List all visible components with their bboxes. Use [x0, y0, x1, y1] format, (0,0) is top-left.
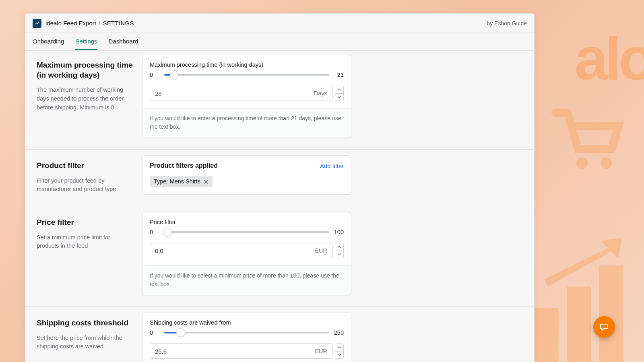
stepper [335, 86, 344, 101]
slider-min: 0 [150, 329, 161, 336]
section-desc: Set a minimum price limit for products i… [37, 233, 134, 251]
svg-rect-5 [599, 265, 623, 362]
processing-card: Maximum processing time (in working days… [142, 55, 351, 138]
section-shipping-threshold: Shipping costs threshold Set here the pr… [25, 307, 534, 362]
app-window: idealo Feed Export / SETTINGS by Eshop G… [25, 13, 535, 362]
processing-input[interactable]: Days [150, 86, 332, 101]
content-area: Maximum processing time (in working days… [25, 51, 534, 362]
input-suffix: EUR [315, 348, 327, 354]
breadcrumb-page: SETTINGS [103, 20, 134, 27]
field-label: Shipping costs are waived from [150, 319, 344, 326]
stepper-down[interactable] [335, 352, 343, 359]
svg-point-7 [38, 21, 39, 23]
add-filter-button[interactable]: Add filter [320, 162, 344, 169]
svg-point-0 [576, 158, 588, 169]
svg-rect-3 [535, 308, 559, 362]
processing-help: If you would like to enter a processing … [142, 108, 351, 138]
stepper-down[interactable] [335, 94, 343, 101]
section-desc: Set here the price from which the shippi… [37, 334, 134, 352]
filter-tag: Type: Mens Shirts [150, 176, 213, 187]
svg-rect-4 [567, 287, 591, 362]
stepper [335, 343, 344, 359]
tab-settings[interactable]: Settings [75, 33, 97, 50]
section-product-filter: Product filter Filter your product feed … [25, 150, 534, 206]
section-title: Shipping costs threshold [37, 318, 134, 328]
price-input[interactable]: EUR [150, 243, 332, 258]
app-logo-icon [33, 19, 41, 28]
shipping-input[interactable]: EUR [150, 343, 332, 359]
section-desc: The maximum number of working days neede… [37, 86, 134, 112]
section-title: Price filter [37, 218, 134, 228]
section-title: Product filter [37, 161, 134, 171]
breadcrumb-app: idealo Feed Export [45, 20, 96, 27]
stepper-down[interactable] [335, 251, 343, 258]
close-icon[interactable] [204, 179, 208, 184]
breadcrumb-sep: / [99, 20, 100, 27]
stepper-up[interactable] [335, 344, 343, 352]
tag-label: Type: Mens Shirts [154, 178, 200, 185]
section-desc: Filter your product feed by manufacturer… [37, 177, 134, 194]
processing-slider[interactable] [164, 70, 329, 79]
field-label: Maximum processing time (in working days… [150, 62, 344, 68]
slider-min: 0 [150, 72, 161, 78]
app-header: idealo Feed Export / SETTINGS by Eshop G… [25, 14, 534, 33]
stepper-up[interactable] [335, 86, 343, 94]
price-filter-card: Price filter 0 100 [142, 212, 351, 295]
card-title: Product filters applied [150, 162, 218, 169]
input-suffix: Days [314, 90, 327, 97]
tabs: Onboarding Settings Dashboard [25, 33, 534, 51]
shipping-card: Shipping costs are waived from 0 250 [142, 313, 351, 362]
chat-fab[interactable] [593, 316, 615, 338]
section-title: Maximum processing time (in working days… [37, 60, 134, 80]
shipping-slider[interactable] [164, 328, 329, 337]
stepper [335, 243, 344, 258]
slider-max: 250 [332, 329, 344, 336]
stepper-up[interactable] [335, 243, 343, 251]
breadcrumb: idealo Feed Export / SETTINGS [45, 20, 134, 27]
tab-dashboard[interactable]: Dashboard [109, 33, 138, 50]
section-processing-time: Maximum processing time (in working days… [25, 51, 534, 150]
svg-point-1 [601, 158, 612, 169]
author-label: by Eshop Guide [487, 20, 527, 27]
section-price-filter: Price filter Set a minimum price limit f… [25, 206, 534, 307]
tab-onboarding[interactable]: Onboarding [33, 33, 64, 50]
slider-max: 100 [332, 229, 344, 235]
field-label: Price filter [150, 219, 344, 225]
product-filter-card: Product filters applied Add filter Type:… [142, 155, 351, 195]
price-slider[interactable] [164, 228, 329, 237]
slider-min: 0 [150, 229, 161, 235]
slider-max: 21 [332, 72, 344, 78]
input-suffix: EUR [315, 247, 327, 254]
price-help: If you would like to select a minimum pr… [142, 265, 351, 295]
